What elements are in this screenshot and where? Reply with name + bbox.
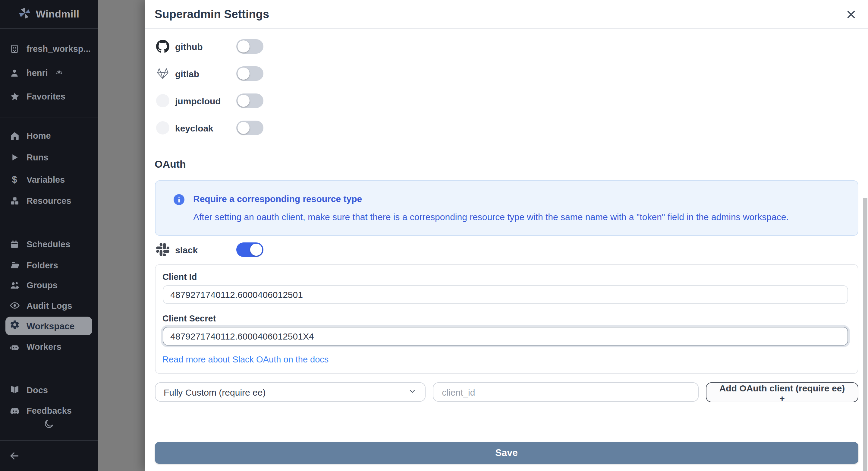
sidebar-item-label: Docs [27, 385, 48, 395]
scrollbar-thumb[interactable] [863, 198, 867, 471]
keycloak-toggle[interactable] [236, 121, 264, 135]
provider-label: github [175, 41, 203, 52]
sidebar-item-docs[interactable]: Docs [0, 382, 98, 398]
windmill-logo-icon [19, 6, 32, 22]
toggle-knob [238, 40, 250, 53]
superadmin-settings-drawer: Superadmin Settings github [145, 0, 868, 471]
github-toggle[interactable] [236, 39, 264, 54]
play-icon [9, 152, 20, 163]
sidebar-item-label: Runs [27, 153, 49, 162]
provider-row-slack: slack [155, 236, 858, 263]
oauth-heading: OAuth [155, 158, 858, 171]
dark-mode-toggle[interactable] [0, 418, 98, 432]
oauth-type-select[interactable]: Fully Custom (require ee) [155, 382, 426, 402]
workspace-name: fresh_worksp... [27, 44, 91, 54]
provider-label: slack [175, 244, 198, 255]
sidebar-item-favorites[interactable]: Favorites [0, 89, 98, 104]
drawer-header: Superadmin Settings [145, 0, 868, 29]
close-button[interactable] [844, 7, 858, 22]
toggle-knob [250, 244, 262, 256]
sidebar-item-workspace[interactable]: Workspace [5, 317, 92, 335]
eye-icon [9, 300, 20, 311]
sidebar-item-label: Audit Logs [27, 301, 72, 310]
building-icon [9, 43, 20, 54]
collapse-sidebar-button[interactable] [8, 450, 21, 464]
sidebar-item-label: Workers [27, 342, 61, 352]
drawer-backdrop[interactable] [98, 0, 145, 471]
sidebar-item-label: Home [27, 131, 51, 141]
toggle-knob [238, 122, 250, 134]
jumpcloud-toggle[interactable] [236, 93, 264, 108]
client-secret-value: 4879271740112.6000406012501X4 [170, 331, 314, 341]
client-id-value: 4879271740112.6000406012501 [170, 289, 303, 299]
provider-row-keycloak: keycloak [155, 114, 858, 141]
info-title: Require a corresponding resource type [193, 193, 789, 204]
provider-row-jumpcloud: jumpcloud [155, 87, 858, 114]
sidebar-item-label: Schedules [27, 239, 70, 249]
folder-icon [9, 260, 20, 270]
sidebar-item-runs[interactable]: Runs [0, 150, 98, 165]
sidebar-item-resources[interactable]: Resources [0, 193, 98, 209]
chevron-down-icon [408, 387, 416, 397]
provider-label: jumpcloud [175, 96, 221, 106]
drawer-body: github gitlab [145, 33, 868, 464]
gitlab-icon [156, 67, 169, 80]
slack-icon [156, 243, 169, 256]
info-box: Require a corresponding resource type Af… [155, 180, 858, 235]
gitlab-toggle[interactable] [236, 66, 264, 81]
boxes-icon [9, 196, 20, 206]
client-id-label: Client Id [162, 271, 848, 282]
client-id-input[interactable]: 4879271740112.6000406012501 [162, 285, 848, 304]
book-icon [9, 384, 20, 395]
sidebar-item-feedbacks[interactable]: Feedbacks [0, 403, 98, 418]
sidebar-item-schedules[interactable]: Schedules [0, 236, 98, 252]
provider-label: keycloak [175, 123, 213, 133]
user-name: henri [27, 68, 48, 78]
custom-oauth-row: Fully Custom (require ee) Add OAuth clie… [155, 382, 858, 402]
workspace-selector[interactable]: fresh_worksp... [0, 41, 98, 57]
robot-icon [9, 341, 20, 352]
info-icon [173, 194, 184, 222]
text-cursor [315, 331, 315, 341]
client-secret-input[interactable]: 4879271740112.6000406012501X4 [162, 327, 848, 345]
sidebar-item-workers[interactable]: Workers [0, 339, 98, 355]
sidebar-item-audit-logs[interactable]: Audit Logs [0, 298, 98, 313]
slack-toggle[interactable] [236, 242, 264, 257]
home-icon [9, 130, 20, 141]
groups-icon [9, 280, 20, 291]
provider-row-github: github [155, 33, 858, 60]
save-button[interactable]: Save [155, 442, 858, 464]
toggle-knob [238, 95, 250, 107]
user-menu[interactable]: henri [0, 65, 98, 81]
superadmin-crown-icon [56, 67, 63, 79]
sidebar: Windmill fresh_worksp... henri [0, 0, 98, 471]
sidebar-divider [0, 118, 98, 118]
jumpcloud-icon [156, 94, 169, 107]
keycloak-icon [156, 121, 169, 135]
sidebar-item-label: Variables [27, 175, 65, 184]
favorites-label: Favorites [27, 92, 65, 101]
gear-icon [10, 320, 20, 332]
discord-icon [9, 405, 20, 416]
app-logo[interactable]: Windmill [0, 0, 98, 29]
sidebar-item-variables[interactable]: $ Variables [0, 172, 98, 187]
sidebar-item-groups[interactable]: Groups [0, 277, 98, 293]
sidebar-item-label: Feedbacks [27, 406, 72, 415]
toggle-knob [238, 67, 250, 80]
moon-icon [43, 418, 54, 432]
sidebar-item-home[interactable]: Home [0, 128, 98, 144]
info-body: After setting an oauth client, make sure… [193, 211, 789, 222]
slack-oauth-docs-link[interactable]: Read more about Slack OAuth on the docs [162, 354, 329, 364]
dollar-icon: $ [9, 174, 20, 185]
provider-label: gitlab [175, 68, 199, 79]
oauth-type-selected: Fully Custom (require ee) [164, 387, 266, 397]
sidebar-item-folders[interactable]: Folders [0, 257, 98, 273]
custom-client-id-input[interactable] [433, 382, 699, 402]
github-icon [156, 40, 169, 53]
add-oauth-client-button[interactable]: Add OAuth client (require ee) + [706, 382, 858, 402]
app-name: Windmill [36, 8, 80, 20]
calendar-icon [9, 238, 20, 249]
client-secret-label: Client Secret [162, 313, 848, 324]
sidebar-item-label: Groups [27, 281, 58, 290]
sidebar-item-label: Workspace [27, 321, 75, 331]
